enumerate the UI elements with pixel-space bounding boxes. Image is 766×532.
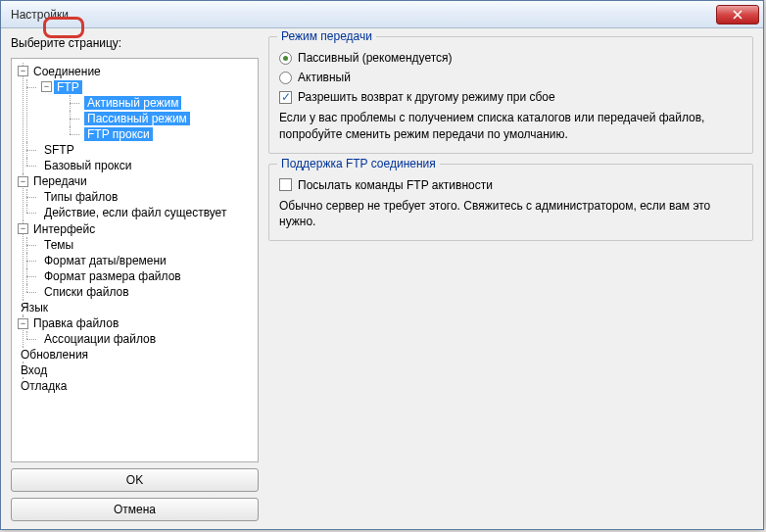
- collapse-icon[interactable]: −: [41, 81, 52, 92]
- radio-passive-label: Пассивный (рекомендуется): [298, 51, 453, 65]
- tree-node-file-lists[interactable]: Списки файлов: [18, 284, 256, 300]
- group-title-transfer-mode: Режим передачи: [277, 29, 376, 43]
- titlebar[interactable]: Настройки: [1, 1, 763, 28]
- check-fallback-row[interactable]: Разрешить возврат к другому режиму при с…: [279, 88, 742, 106]
- tree-node-sftp[interactable]: SFTP: [18, 142, 256, 158]
- group-keepalive: Поддержка FTP соединения Посылать команд…: [268, 164, 753, 242]
- close-icon: [733, 10, 742, 20]
- transfer-mode-hint: Если у вас проблемы с получением списка …: [279, 110, 742, 143]
- tree-node-connection[interactable]: −Соединение −FTP Активный режим Пассивны…: [14, 63, 256, 173]
- dialog-body: Выберите страницу: −Соединение −FTP Акти…: [1, 28, 763, 529]
- tree-node-file-edit[interactable]: −Правка файлов Ассоциации файлов: [14, 315, 256, 348]
- radio-active-row[interactable]: Активный: [279, 69, 742, 86]
- tree-node-ftp[interactable]: −FTP Активный режим Пассивный режим FTP …: [18, 79, 256, 142]
- tree-node-file-exists[interactable]: Действие, если файл существует: [18, 205, 256, 220]
- check-keepalive[interactable]: [279, 178, 292, 191]
- tree-node-passive-mode[interactable]: Пассивный режим: [41, 111, 256, 126]
- tree-node-active-mode[interactable]: Активный режим: [41, 95, 256, 111]
- settings-tree[interactable]: −Соединение −FTP Активный режим Пассивны…: [11, 58, 259, 462]
- collapse-icon[interactable]: −: [18, 176, 28, 187]
- tree-node-themes[interactable]: Темы: [18, 237, 256, 253]
- tree-node-interface[interactable]: −Интерфейс Темы Формат даты/времени Форм…: [14, 220, 256, 300]
- select-page-label: Выберите страницу:: [11, 36, 259, 50]
- collapse-icon[interactable]: −: [18, 318, 28, 329]
- collapse-icon[interactable]: −: [18, 223, 28, 234]
- radio-active[interactable]: [279, 72, 292, 84]
- check-fallback[interactable]: [279, 91, 292, 104]
- tree-node-transfers[interactable]: −Передачи Типы файлов Действие, если фай…: [14, 173, 256, 221]
- window-title: Настройки: [11, 8, 716, 22]
- tree-node-login[interactable]: Вход: [14, 363, 256, 378]
- group-title-keepalive: Поддержка FTP соединения: [277, 157, 440, 170]
- collapse-icon[interactable]: −: [18, 66, 28, 76]
- ok-button[interactable]: OK: [11, 468, 259, 492]
- group-transfer-mode: Режим передачи Пассивный (рекомендуется)…: [268, 36, 753, 154]
- right-pane: Режим передачи Пассивный (рекомендуется)…: [268, 36, 753, 521]
- radio-passive[interactable]: [279, 52, 292, 65]
- tree-node-file-assoc[interactable]: Ассоциации файлов: [18, 331, 256, 347]
- tree-node-updates[interactable]: Обновления: [14, 347, 256, 363]
- tree-node-size-format[interactable]: Формат размера файлов: [18, 268, 256, 284]
- check-keepalive-label: Посылать команды FTP активности: [298, 178, 493, 192]
- tree-node-date-format[interactable]: Формат даты/времени: [18, 253, 256, 268]
- tree-node-debug[interactable]: Отладка: [14, 378, 256, 394]
- tree-node-base-proxy[interactable]: Базовый прокси: [18, 158, 256, 173]
- radio-active-label: Активный: [298, 71, 351, 84]
- radio-passive-row[interactable]: Пассивный (рекомендуется): [279, 49, 742, 67]
- left-pane: Выберите страницу: −Соединение −FTP Акти…: [11, 36, 259, 521]
- cancel-button[interactable]: Отмена: [11, 498, 259, 521]
- tree-node-file-types[interactable]: Типы файлов: [18, 189, 256, 205]
- tree-node-language[interactable]: Язык: [14, 300, 256, 315]
- check-keepalive-row[interactable]: Посылать команды FTP активности: [279, 176, 742, 194]
- settings-dialog: Настройки Выберите страницу: −Соединение…: [0, 0, 764, 530]
- close-button[interactable]: [716, 5, 759, 24]
- check-fallback-label: Разрешить возврат к другому режиму при с…: [298, 90, 555, 104]
- tree-node-ftp-proxy[interactable]: FTP прокси: [41, 126, 256, 142]
- keepalive-hint: Обычно сервер не требует этого. Свяжитес…: [279, 198, 742, 231]
